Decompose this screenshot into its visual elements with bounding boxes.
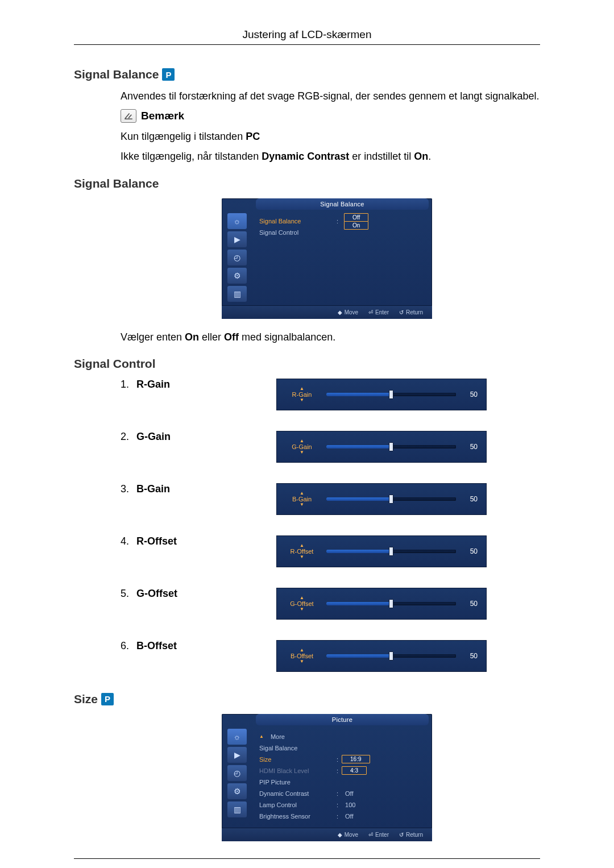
osd-row-label: PIP Picture xyxy=(259,779,333,786)
osd-row[interactable]: Sigal Balance xyxy=(259,742,425,754)
section-size-heading: SizeP xyxy=(74,692,540,706)
osd-row-label: HDMI Black Level xyxy=(259,767,333,774)
osd-signal-balance-options[interactable]: Off On xyxy=(344,213,368,229)
signal-control-item: 2. G-Gain ▲ G-Gain ▼ 50 xyxy=(121,431,540,463)
osd-row-signal-balance[interactable]: Signal Balance : Off On xyxy=(259,215,425,227)
pc-mode-icon: P xyxy=(101,693,114,705)
slider-track[interactable] xyxy=(326,392,456,397)
osd-menu: ▲ More Sigal BalanceSize:16:9HDMI Black … xyxy=(252,725,432,828)
slider-thumb[interactable] xyxy=(389,547,393,556)
list-label: R-Gain xyxy=(136,379,222,391)
osd-tab-picture-icon[interactable]: ☼ xyxy=(227,729,247,745)
osd-row-label: Dynamic Contrast xyxy=(259,790,333,797)
signal-control-item: 3. B-Gain ▲ B-Gain ▼ 50 xyxy=(121,483,540,515)
osd-row[interactable]: Size:16:9 xyxy=(259,754,425,765)
signal-balance-subheading: Signal Balance xyxy=(74,177,540,190)
note-line-2: Ikke tilgængelig, når tilstanden Dynamic… xyxy=(121,149,540,164)
signal-control-item: 4. R-Offset ▲ R-Offset ▼ 50 xyxy=(121,535,540,567)
note-label: Bemærk xyxy=(141,110,184,122)
pc-mode-icon: P xyxy=(162,68,175,81)
down-arrow-icon: ▼ xyxy=(300,607,304,612)
slider-track[interactable] xyxy=(326,496,456,502)
signal-control-item: 1. R-Gain ▲ R-Gain ▼ 50 xyxy=(121,379,540,410)
osd-signal-balance: Signal Balance ☼ ▶ ◴ ⚙ ▥ Signal Balance … xyxy=(222,198,432,319)
slider-name: ▲ G-Gain ▼ xyxy=(285,439,318,455)
choose-off: Off xyxy=(224,331,239,343)
osd-option[interactable]: 16:9 xyxy=(342,755,370,763)
note2-bold1: Dynamic Contrast xyxy=(262,151,349,162)
osd-tab-clock-icon[interactable]: ◴ xyxy=(227,250,247,265)
slider-name: ▲ G-Offset ▼ xyxy=(285,596,318,612)
slider-thumb[interactable] xyxy=(389,442,393,451)
osd-option[interactable]: 4:3 xyxy=(342,766,367,775)
osd-row[interactable]: Brightness Sensor:Off xyxy=(259,811,425,822)
slider-value: 50 xyxy=(464,652,478,660)
osd-tab-multi-icon[interactable]: ▥ xyxy=(227,801,247,817)
slider-thumb[interactable] xyxy=(389,651,393,661)
osd-tab-sound-icon[interactable]: ▶ xyxy=(227,231,247,247)
up-arrow-icon: ▲ xyxy=(259,734,264,739)
osd-row-more[interactable]: ▲ More xyxy=(259,731,425,742)
osd-tab-sound-icon[interactable]: ▶ xyxy=(227,747,247,763)
osd-row[interactable]: PIP Picture xyxy=(259,776,425,788)
slider-track[interactable] xyxy=(326,444,456,450)
osd-option-off[interactable]: Off xyxy=(344,213,368,222)
up-arrow-icon: ▲ xyxy=(300,387,304,391)
signal-control-item: 5. G-Offset ▲ G-Offset ▼ 50 xyxy=(121,588,540,620)
osd-hint-move: ◆Move xyxy=(338,832,358,838)
signal-balance-choose: Vælger enten On eller Off med signalbala… xyxy=(121,330,540,344)
osd-sidebar: ☼ ▶ ◴ ⚙ ▥ xyxy=(222,210,252,305)
osd-row[interactable]: HDMI Black Level:4:3 xyxy=(259,765,425,776)
list-label: R-Offset xyxy=(136,535,222,547)
note2-bold2: On xyxy=(414,151,428,162)
list-label: B-Offset xyxy=(136,640,222,652)
osd-row[interactable]: Dynamic Contrast:Off xyxy=(259,788,425,799)
note2-prefix: Ikke tilgængelig, når tilstanden xyxy=(121,151,262,162)
choose-on: On xyxy=(185,331,199,343)
choose-mid: eller xyxy=(199,331,224,343)
slider-thumb[interactable] xyxy=(389,495,393,504)
osd-row-label: Signal Balance xyxy=(259,218,333,225)
down-arrow-icon: ▼ xyxy=(300,659,304,664)
section-title-text: Signal Balance xyxy=(74,68,159,81)
slider-track[interactable] xyxy=(326,601,456,607)
section-title-text: Size xyxy=(74,692,98,706)
osd-tab-clock-icon[interactable]: ◴ xyxy=(227,765,247,781)
osd-title: Signal Balance xyxy=(256,198,429,210)
osd-tab-setup-icon[interactable]: ⚙ xyxy=(227,783,247,799)
osd-row-label: More xyxy=(271,733,345,740)
slider-track[interactable] xyxy=(326,653,456,659)
osd-picture: Picture ☼ ▶ ◴ ⚙ ▥ ▲ More Sigal BalanceSi… xyxy=(222,714,432,841)
down-arrow-icon: ▼ xyxy=(300,398,304,402)
osd-hint-enter: ⏎Enter xyxy=(368,309,389,315)
note2-suffix: . xyxy=(428,151,431,162)
osd-row-signal-control[interactable]: Signal Control xyxy=(259,227,425,238)
choose-prefix: Vælger enten xyxy=(121,331,185,343)
note1-prefix: Kun tilgængelig i tilstanden xyxy=(121,131,246,142)
osd-tab-setup-icon[interactable]: ⚙ xyxy=(227,268,247,284)
osd-option-on[interactable]: On xyxy=(344,221,368,230)
osd-slider-panel: ▲ G-Gain ▼ 50 xyxy=(276,431,487,463)
osd-value: 100 xyxy=(345,801,355,808)
signal-control-item: 6. B-Offset ▲ B-Offset ▼ 50 xyxy=(121,640,540,672)
slider-thumb[interactable] xyxy=(389,390,393,399)
note2-mid: er indstillet til xyxy=(349,151,414,162)
osd-hint-move: ◆Move xyxy=(338,309,358,315)
osd-row[interactable]: Lamp Control:100 xyxy=(259,799,425,811)
osd-value: Off xyxy=(345,790,353,797)
section-signal-control-heading: Signal Control xyxy=(74,357,540,371)
slider-track[interactable] xyxy=(326,549,456,554)
slider-name: ▲ R-Offset ▼ xyxy=(285,543,318,559)
list-label: B-Gain xyxy=(136,483,222,495)
slider-value: 50 xyxy=(464,391,478,398)
osd-tab-picture-icon[interactable]: ☼ xyxy=(227,213,247,229)
slider-thumb[interactable] xyxy=(389,599,393,608)
signal-control-list: 1. R-Gain ▲ R-Gain ▼ 50 2. G-Gain ▲ G-Ga… xyxy=(121,379,540,672)
list-label: G-Offset xyxy=(136,588,222,600)
section-signal-balance-heading: Signal Balance P xyxy=(74,68,540,81)
slider-value: 50 xyxy=(464,547,478,555)
osd-slider-panel: ▲ G-Offset ▼ 50 xyxy=(276,588,487,620)
page-title: Justering af LCD-skærmen xyxy=(74,28,540,45)
note1-bold: PC xyxy=(246,131,260,142)
osd-tab-multi-icon[interactable]: ▥ xyxy=(227,286,247,302)
